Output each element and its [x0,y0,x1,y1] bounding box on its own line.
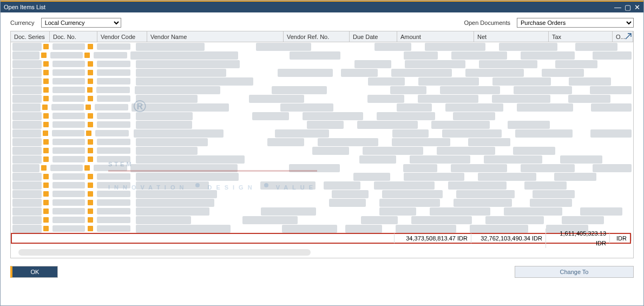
link-arrow-icon[interactable] [43,113,49,119]
toolbar: Currency Local Currency Open Documents P… [1,12,643,31]
expand-icon[interactable] [625,33,632,40]
link-arrow-icon[interactable] [43,200,49,205]
link-arrow-icon[interactable] [88,157,93,162]
link-arrow-icon[interactable] [88,183,93,188]
table-row[interactable] [11,181,633,190]
total-extra: IDR [609,233,630,243]
link-arrow-icon[interactable] [88,79,93,84]
col-due-date[interactable]: Due Date [350,31,397,42]
link-arrow-icon[interactable] [41,165,47,171]
col-net[interactable]: Net [474,31,549,42]
table-row[interactable] [11,155,633,164]
link-arrow-icon[interactable] [88,217,93,223]
currency-select[interactable]: Local Currency [41,18,121,28]
link-arrow-icon[interactable] [86,131,91,136]
table-row[interactable] [11,207,633,216]
totals-row: 34,373,508,813.47 IDR 32,762,103,490.34 … [11,233,631,244]
minimize-icon[interactable]: — [614,4,621,11]
titlebar: Open Items List — ▢ ✕ [1,1,643,12]
col-vendor-code[interactable]: Vendor Code [97,31,147,42]
link-arrow-icon[interactable] [88,200,93,205]
link-arrow-icon[interactable] [43,183,49,188]
link-arrow-icon[interactable] [43,157,49,162]
table-row[interactable] [11,224,633,233]
link-arrow-icon[interactable] [88,96,93,101]
link-arrow-icon[interactable] [88,174,93,179]
link-arrow-icon[interactable] [43,139,49,145]
table-row[interactable] [11,164,633,172]
grid-header: Doc. Series Doc. No. Vendor Code Vendor … [11,31,633,42]
link-arrow-icon[interactable] [87,87,93,93]
table-row[interactable] [11,146,633,155]
table-row[interactable] [11,172,633,181]
table-row[interactable] [11,68,633,77]
link-arrow-icon[interactable] [88,209,93,214]
col-tax[interactable]: Tax [549,31,613,42]
link-arrow-icon[interactable] [88,44,93,49]
window-title: Open Items List [4,1,45,13]
link-arrow-icon[interactable] [43,96,49,101]
link-arrow-icon[interactable] [43,226,49,231]
link-arrow-icon[interactable] [88,148,93,153]
link-arrow-icon[interactable] [88,61,93,67]
table-row[interactable] [11,138,633,146]
grid-body [11,42,633,243]
footer: OK Change To [1,258,643,278]
link-arrow-icon[interactable] [43,61,49,67]
table-row[interactable] [11,60,633,68]
table-row[interactable] [11,120,633,129]
maximize-icon[interactable]: ▢ [625,4,631,11]
grid: Doc. Series Doc. No. Vendor Code Vendor … [10,31,634,258]
link-arrow-icon[interactable] [41,53,47,58]
link-arrow-icon[interactable] [84,165,90,171]
table-row[interactable] [11,42,633,51]
table-row[interactable] [11,77,633,86]
link-arrow-icon[interactable] [84,53,90,58]
table-row[interactable] [11,129,633,138]
close-icon[interactable]: ✕ [634,4,640,11]
link-arrow-icon[interactable] [43,174,49,179]
link-arrow-icon[interactable] [88,113,93,119]
table-row[interactable] [11,51,633,60]
link-arrow-icon[interactable] [88,122,93,127]
link-arrow-icon[interactable] [43,148,49,153]
col-vendor-name[interactable]: Vendor Name [147,31,284,42]
col-overflow-label: O... [616,34,626,40]
link-arrow-icon[interactable] [88,70,93,75]
open-documents-label: Open Documents [464,19,510,26]
link-arrow-icon[interactable] [43,191,49,197]
col-overflow[interactable]: O... [613,31,633,42]
total-net: 32,762,103,490.34 IDR [471,233,546,243]
col-amount[interactable]: Amount [397,31,474,42]
total-amount: 34,373,508,813.47 IDR [394,233,471,243]
table-row[interactable] [11,94,633,103]
table-row[interactable] [11,190,633,198]
link-arrow-icon[interactable] [43,87,49,93]
table-row[interactable] [11,86,633,94]
horizontal-scrollbar[interactable] [18,249,311,256]
link-arrow-icon[interactable] [43,131,48,136]
col-vendor-ref[interactable]: Vendor Ref. No. [284,31,350,42]
ok-button[interactable]: OK [10,266,58,278]
link-arrow-icon[interactable] [43,70,49,75]
link-arrow-icon[interactable] [43,122,49,127]
table-row[interactable] [11,198,633,207]
link-arrow-icon[interactable] [43,209,49,214]
link-arrow-icon[interactable] [88,191,93,197]
total-tax: 1,611,405,323.13 IDR [546,229,609,248]
open-documents-select[interactable]: Purchase Orders [517,18,634,28]
link-arrow-icon[interactable] [86,105,91,110]
table-row[interactable] [11,112,633,120]
link-arrow-icon[interactable] [88,139,93,145]
table-row[interactable] [11,216,633,224]
change-to-button[interactable]: Change To [515,266,634,278]
col-doc-no[interactable]: Doc. No. [50,31,97,42]
col-doc-series[interactable]: Doc. Series [11,31,50,42]
link-arrow-icon[interactable] [43,44,49,49]
link-arrow-icon[interactable] [42,105,48,110]
table-row[interactable] [11,103,633,112]
link-arrow-icon[interactable] [88,226,93,231]
link-arrow-icon[interactable] [43,79,49,84]
link-arrow-icon[interactable] [43,217,49,223]
currency-label: Currency [10,19,35,26]
